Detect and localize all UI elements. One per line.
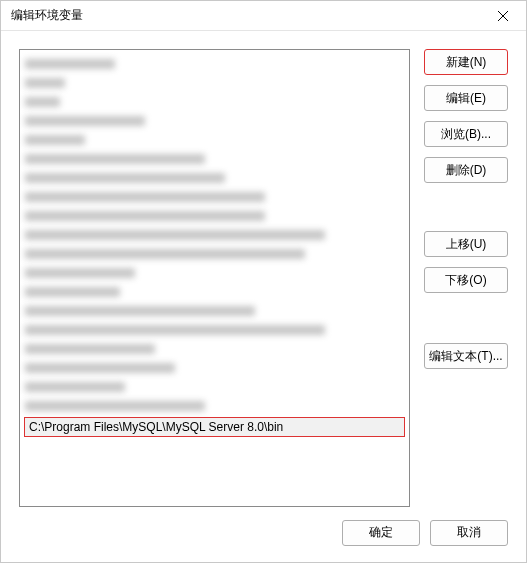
list-item[interactable]	[25, 226, 404, 244]
spacer	[424, 193, 508, 221]
titlebar: 编辑环境变量	[1, 1, 526, 31]
blurred-text	[25, 154, 205, 164]
blurred-text	[25, 211, 265, 221]
blurred-text	[25, 344, 155, 354]
list-item[interactable]	[25, 397, 404, 415]
list-item[interactable]	[25, 131, 404, 149]
list-item-selected[interactable]: C:\Program Files\MySQL\MySQL Server 8.0\…	[24, 417, 405, 437]
ok-button[interactable]: 确定	[342, 520, 420, 546]
blurred-text	[25, 249, 305, 259]
list-item[interactable]	[25, 378, 404, 396]
delete-button[interactable]: 删除(D)	[424, 157, 508, 183]
list-item[interactable]	[25, 340, 404, 358]
blurred-text	[25, 173, 225, 183]
list-item[interactable]	[25, 188, 404, 206]
spacer	[424, 303, 508, 333]
blurred-text	[25, 287, 120, 297]
move-up-button[interactable]: 上移(U)	[424, 231, 508, 257]
blurred-text	[25, 306, 255, 316]
list-item[interactable]	[25, 112, 404, 130]
blurred-text	[25, 325, 325, 335]
close-button[interactable]	[480, 1, 526, 31]
list-item[interactable]	[25, 359, 404, 377]
list-item[interactable]	[25, 169, 404, 187]
list-item[interactable]	[25, 55, 404, 73]
list-item[interactable]	[25, 93, 404, 111]
blurred-text	[25, 363, 175, 373]
close-icon	[498, 11, 508, 21]
list-item[interactable]	[25, 150, 404, 168]
new-button[interactable]: 新建(N)	[424, 49, 508, 75]
list-item[interactable]	[25, 245, 404, 263]
list-item[interactable]	[25, 302, 404, 320]
blurred-text	[25, 116, 145, 126]
blurred-text	[25, 78, 65, 88]
blurred-text	[25, 230, 325, 240]
dialog-window: 编辑环境变量 C:\Program Files\MySQL\MySQL Serv…	[0, 0, 527, 563]
dialog-footer: 确定 取消	[1, 517, 526, 562]
window-title: 编辑环境变量	[11, 7, 83, 24]
list-item[interactable]	[25, 207, 404, 225]
button-column: 新建(N) 编辑(E) 浏览(B)... 删除(D) 上移(U) 下移(O) 编…	[424, 49, 508, 507]
cancel-button[interactable]: 取消	[430, 520, 508, 546]
blurred-text	[25, 97, 60, 107]
move-down-button[interactable]: 下移(O)	[424, 267, 508, 293]
list-item[interactable]	[25, 283, 404, 301]
blurred-text	[25, 192, 265, 202]
list-item[interactable]	[25, 321, 404, 339]
browse-button[interactable]: 浏览(B)...	[424, 121, 508, 147]
blurred-text	[25, 59, 115, 69]
edit-button[interactable]: 编辑(E)	[424, 85, 508, 111]
content-area: C:\Program Files\MySQL\MySQL Server 8.0\…	[1, 31, 526, 517]
list-item[interactable]	[25, 264, 404, 282]
path-listbox[interactable]: C:\Program Files\MySQL\MySQL Server 8.0\…	[19, 49, 410, 507]
list-inner: C:\Program Files\MySQL\MySQL Server 8.0\…	[20, 50, 409, 441]
edit-text-button[interactable]: 编辑文本(T)...	[424, 343, 508, 369]
blurred-text	[25, 401, 205, 411]
blurred-text	[25, 268, 135, 278]
blurred-text	[25, 382, 125, 392]
blurred-text	[25, 135, 85, 145]
list-item[interactable]	[25, 74, 404, 92]
